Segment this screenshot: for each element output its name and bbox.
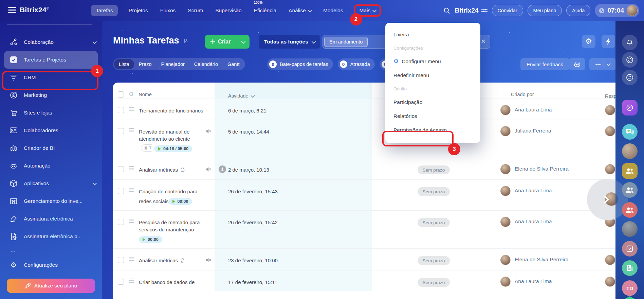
- invite-button[interactable]: Convidar: [492, 5, 523, 16]
- creator-avatar[interactable]: [500, 164, 511, 174]
- column-header-activity[interactable]: Atividade: [228, 93, 249, 99]
- tasks-check-icon[interactable]: [622, 241, 638, 257]
- robot-assistant-button[interactable]: [569, 58, 585, 70]
- grid-settings-gear-icon[interactable]: ⚙: [129, 91, 134, 98]
- user-avatar-icon[interactable]: [622, 143, 638, 159]
- automation-flash-button[interactable]: [602, 35, 615, 48]
- time-tracker-chip[interactable]: 07:04: [595, 4, 639, 17]
- sidebar-item-aplicativos[interactable]: Aplicativos: [0, 175, 102, 192]
- sidebar-item-criador-de-bi[interactable]: Criador de BI: [0, 139, 102, 157]
- sidebar-item-automacao[interactable]: Automação: [0, 157, 102, 175]
- creator-avatar[interactable]: [500, 126, 511, 136]
- create-task-split-button[interactable]: Criar: [205, 35, 250, 49]
- task-name-link[interactable]: Treinamento de funcionários: [139, 108, 203, 113]
- sidebar-item-assinatura-eletronica[interactable]: Assinatura eletrônica: [0, 210, 102, 228]
- column-header-name[interactable]: Nome: [139, 92, 152, 97]
- creator-avatar[interactable]: [500, 277, 511, 287]
- sidebar-item-marketing[interactable]: Marketing: [0, 86, 102, 104]
- task-checkbox[interactable]: [118, 128, 124, 134]
- tab-planejador[interactable]: Planejador: [157, 59, 189, 69]
- user-s-icon[interactable]: S: [622, 296, 637, 299]
- menu-item-relatorios[interactable]: Relatórios: [385, 109, 480, 123]
- creator-name-link[interactable]: Ana Laura Lima: [515, 186, 552, 194]
- responsible-avatar[interactable]: [605, 255, 615, 265]
- task-checkbox[interactable]: [118, 166, 124, 172]
- app-launcher-icon[interactable]: [622, 100, 638, 116]
- task-checkbox[interactable]: [118, 107, 124, 113]
- my-plan-button[interactable]: Meu plano: [528, 5, 562, 16]
- notifications-bell-icon[interactable]: [622, 35, 638, 50]
- sidebar-item-colaboracao[interactable]: Colaboração: [0, 33, 102, 51]
- nav-item-scrum[interactable]: Scrum: [186, 5, 204, 16]
- task-timer-chip[interactable]: 00:00: [169, 198, 192, 205]
- app-logo[interactable]: Bitrix24®: [20, 6, 49, 14]
- nav-item-eficiencia[interactable]: 100%Eficiência: [253, 5, 278, 16]
- news-feed-icon[interactable]: [622, 260, 638, 276]
- drag-handle-icon[interactable]: [129, 257, 134, 261]
- sidebar-item-crm[interactable]: CRM: [0, 69, 102, 86]
- creator-avatar[interactable]: [500, 186, 511, 196]
- drag-handle-icon[interactable]: [129, 188, 134, 192]
- creator-name-link[interactable]: Elena de Silva Perreira: [515, 164, 569, 172]
- creator-name-link[interactable]: Ana Laura Lima: [515, 105, 552, 113]
- responsible-avatar[interactable]: [605, 126, 615, 136]
- column-header-responsible[interactable]: Responsável: [605, 93, 615, 99]
- group-olive-icon[interactable]: [622, 163, 638, 179]
- responsible-avatar[interactable]: [605, 277, 615, 287]
- tab-lista[interactable]: Lista: [114, 59, 134, 69]
- nav-item-tarefas[interactable]: Tarefas: [91, 5, 118, 16]
- sidebar-item-gerenciamento-do-inve[interactable]: Gerenciamento do inve...: [0, 192, 102, 210]
- nav-item-projetos[interactable]: Projetos: [127, 5, 149, 16]
- sidebar-item-configuracoes[interactable]: ⚙ Configurações: [0, 256, 102, 274]
- status-filter-chip[interactable]: Em andamento: [324, 37, 368, 47]
- sidebar-more-icon[interactable]: ⋯: [0, 246, 102, 256]
- search-icon[interactable]: [443, 7, 450, 14]
- menu-item-lixeira[interactable]: Lixeira: [385, 28, 480, 41]
- tab-gantt[interactable]: Gantt: [223, 59, 244, 69]
- menu-item-redefinir-menu[interactable]: Redefinir menu: [385, 68, 480, 82]
- help-button[interactable]: Ajuda: [566, 5, 590, 16]
- group-red-icon[interactable]: [622, 202, 638, 218]
- counter-bate-papos-de-tarefas[interactable]: 0Bate-papos de tarefas: [267, 58, 333, 70]
- nav-item-mais[interactable]: Mais2: [354, 4, 381, 17]
- task-name-link[interactable]: Pesquisa de mercado para serviços de man…: [139, 219, 200, 232]
- create-dropdown-arrow[interactable]: [236, 35, 250, 49]
- drag-handle-icon[interactable]: [129, 279, 134, 283]
- user-avatar-2-icon[interactable]: [622, 221, 638, 237]
- task-checkbox[interactable]: [118, 219, 124, 225]
- responsible-avatar[interactable]: [605, 105, 615, 115]
- drag-handle-icon[interactable]: [129, 219, 134, 223]
- nav-item-modelos[interactable]: Modelos: [322, 5, 345, 16]
- task-name-link[interactable]: Analisar métricas: [139, 167, 185, 173]
- counter-atrasada[interactable]: 0Atrasada: [338, 58, 375, 70]
- nav-item-analise[interactable]: Análise: [287, 5, 312, 16]
- roles-filter-dropdown[interactable]: Todas as funções: [259, 35, 320, 49]
- transfer-icon[interactable]: [622, 70, 638, 85]
- select-all-checkbox[interactable]: [118, 91, 124, 98]
- task-timer-chip[interactable]: 04:18 / 05:00: [154, 145, 192, 152]
- creator-avatar[interactable]: [500, 105, 511, 115]
- drag-handle-icon[interactable]: [129, 107, 134, 111]
- creator-name-link[interactable]: Juliana Ferreira: [515, 126, 551, 134]
- responsible-avatar[interactable]: [605, 164, 615, 174]
- column-header-created-by[interactable]: Criado por: [511, 92, 534, 97]
- hamburger-menu-icon[interactable]: [8, 7, 16, 13]
- nav-item-supervisao[interactable]: Supervisão: [214, 5, 243, 16]
- sidebar-item-assinatura-eletronica-p[interactable]: Assinatura eletrônica p...: [0, 228, 102, 245]
- menu-item-permissoes-de-acesso[interactable]: Permissões de Acesso: [385, 123, 480, 137]
- search-scope-label[interactable]: Bitrix24: [455, 7, 487, 14]
- clear-filter-icon[interactable]: ✕: [481, 38, 486, 45]
- task-checkbox[interactable]: [118, 279, 124, 285]
- creator-name-link[interactable]: Ana Laura Lima: [515, 277, 552, 284]
- creator-name-link[interactable]: Ana Laura Lima: [515, 217, 552, 225]
- user-td-icon[interactable]: TD: [622, 280, 638, 296]
- more-actions-split-button[interactable]: •••: [589, 58, 616, 70]
- menu-item-participacao[interactable]: Participação: [385, 95, 480, 109]
- menu-item-configurar-menu[interactable]: ⚙Configurar menu: [385, 54, 480, 68]
- sidebar-item-colaboradores[interactable]: Colaboradores: [0, 122, 102, 139]
- history-icon[interactable]: [622, 52, 638, 68]
- tab-prazo[interactable]: Prazo: [134, 59, 157, 69]
- task-checkbox[interactable]: [118, 257, 124, 263]
- creator-avatar[interactable]: [500, 217, 511, 227]
- creator-name-link[interactable]: Elena de Silva Perreira: [515, 255, 569, 263]
